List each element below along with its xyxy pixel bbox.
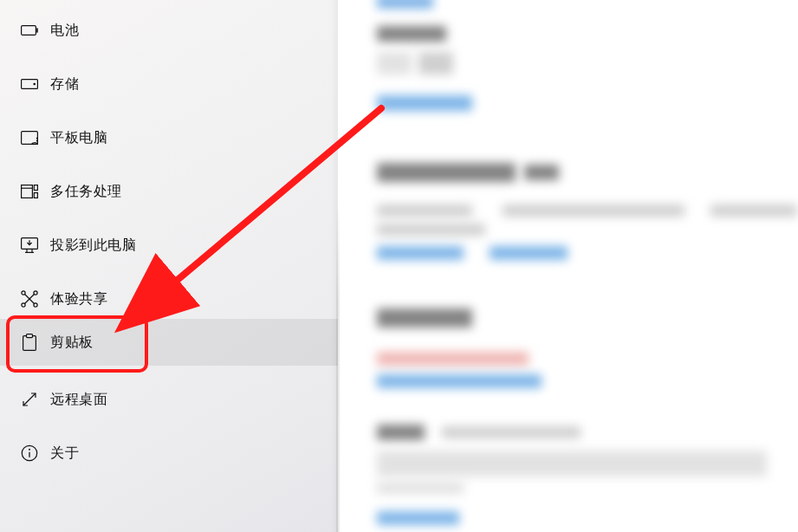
svg-rect-0	[22, 26, 36, 36]
blurred-text	[377, 204, 472, 217]
remote-desktop-icon	[21, 391, 38, 408]
blurred-text	[442, 426, 581, 438]
sidebar-item-tablet[interactable]: 平板电脑	[0, 114, 338, 161]
sidebar-item-battery[interactable]: 电池	[0, 7, 338, 54]
blurred-heading	[377, 308, 472, 328]
svg-line-21	[23, 393, 36, 405]
sidebar-item-label: 体验共享	[50, 290, 107, 308]
svg-point-18	[34, 303, 37, 307]
blurred-link	[377, 511, 459, 525]
sidebar-item-projecting[interactable]: 投影到此电脑	[0, 222, 338, 269]
sidebar-item-storage[interactable]: 存储	[0, 61, 338, 107]
sidebar-item-clipboard[interactable]: 剪贴板	[0, 319, 338, 366]
multitasking-icon	[21, 183, 38, 200]
svg-rect-20	[27, 334, 33, 338]
clipboard-icon	[21, 334, 38, 351]
sidebar-item-label: 关于	[50, 444, 79, 463]
blurred-heading	[377, 163, 516, 182]
svg-point-16	[34, 291, 37, 295]
blurred-text	[418, 52, 453, 75]
svg-rect-7	[34, 185, 37, 191]
sidebar-item-shared-experiences[interactable]: 体验共享	[0, 276, 338, 322]
info-icon	[21, 444, 38, 462]
sidebar-item-label: 平板电脑	[50, 129, 107, 147]
sidebar-item-label: 存储	[50, 75, 79, 94]
svg-point-17	[22, 303, 25, 307]
settings-content-pane	[338, 0, 798, 532]
svg-point-3	[33, 83, 36, 86]
blurred-link	[377, 246, 464, 260]
blurred-link	[377, 95, 472, 111]
storage-icon	[21, 75, 38, 93]
blurred-text	[377, 0, 433, 9]
svg-rect-5	[22, 185, 33, 198]
svg-rect-1	[36, 28, 38, 32]
shared-experiences-icon	[21, 290, 38, 308]
projecting-icon	[21, 237, 38, 254]
svg-rect-8	[34, 193, 37, 198]
blurred-heading	[524, 165, 559, 180]
blurred-link	[490, 246, 568, 260]
tablet-icon	[21, 129, 38, 146]
sidebar-item-label: 远程桌面	[50, 391, 107, 409]
blurred-text	[377, 425, 425, 440]
sidebar-item-label: 剪贴板	[50, 334, 94, 352]
svg-point-23	[29, 449, 30, 451]
blurred-text	[377, 26, 446, 42]
settings-window: 电池 存储 平板电脑 多任务处理 投影到	[0, 0, 798, 532]
svg-point-15	[22, 291, 25, 295]
blurred-text	[710, 204, 797, 217]
sidebar-item-label: 多任务处理	[50, 183, 122, 201]
blurred-text	[503, 204, 684, 217]
blurred-text	[377, 451, 767, 477]
sidebar-item-about[interactable]: 关于	[0, 430, 338, 477]
settings-sidebar: 电池 存储 平板电脑 多任务处理 投影到	[0, 0, 338, 532]
sidebar-item-label: 投影到此电脑	[50, 237, 136, 255]
blurred-text	[377, 52, 412, 75]
sidebar-item-multitasking[interactable]: 多任务处理	[0, 168, 338, 215]
sidebar-item-remote-desktop[interactable]: 远程桌面	[0, 376, 338, 423]
blurred-text	[377, 224, 485, 236]
sidebar-item-label: 电池	[50, 22, 79, 40]
blurred-text	[377, 482, 464, 494]
blurred-link	[377, 374, 542, 388]
blurred-text-warning	[377, 352, 529, 366]
battery-icon	[21, 22, 38, 39]
